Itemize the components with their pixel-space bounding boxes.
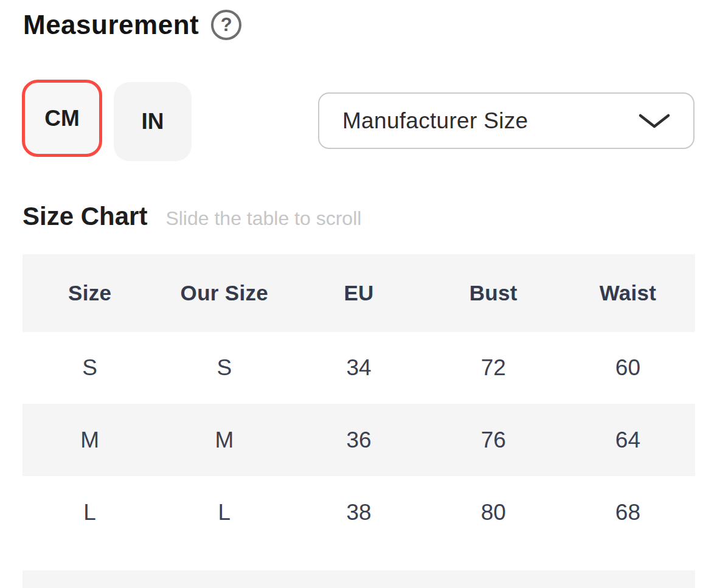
column-header-our-size: Our Size bbox=[157, 254, 291, 332]
cell-our-size: M bbox=[157, 404, 291, 476]
column-header-bust: Bust bbox=[426, 254, 561, 332]
cell-eu: 34 bbox=[291, 332, 426, 404]
cell-size: M bbox=[23, 404, 157, 476]
column-header-eu: EU bbox=[291, 254, 426, 332]
chevron-down-icon bbox=[637, 112, 671, 130]
cell-size: S bbox=[23, 332, 157, 404]
cell-eu: 36 bbox=[291, 404, 426, 476]
cell-size: L bbox=[23, 476, 157, 549]
cell-bust: 76 bbox=[426, 404, 561, 476]
cell-waist: 60 bbox=[561, 332, 695, 404]
unit-cm-label: CM bbox=[44, 106, 80, 131]
table-row-partial-next bbox=[23, 570, 695, 588]
table-row-s: S S 34 72 60 bbox=[23, 332, 695, 404]
column-header-size: Size bbox=[23, 254, 157, 332]
cell-our-size: L bbox=[157, 476, 291, 549]
column-header-waist: Waist bbox=[561, 254, 695, 332]
table-row-m: M M 36 76 64 bbox=[23, 404, 695, 476]
manufacturer-size-value: Manufacturer Size bbox=[342, 108, 528, 134]
unit-in-label: IN bbox=[142, 109, 164, 134]
size-chart-scroll-hint: Slide the table to scroll bbox=[165, 207, 361, 230]
cell-bust: 80 bbox=[426, 476, 561, 549]
cell-waist: 64 bbox=[561, 404, 695, 476]
table-row-l: L L 38 80 68 bbox=[23, 476, 695, 549]
unit-toggle-cm[interactable]: CM bbox=[22, 80, 102, 157]
manufacturer-size-select[interactable]: Manufacturer Size bbox=[318, 92, 694, 149]
size-table[interactable]: Size Our Size EU Bust Waist S S 34 72 60… bbox=[23, 254, 695, 549]
page-title: Measurement bbox=[23, 10, 199, 40]
cell-bust: 72 bbox=[426, 332, 561, 404]
help-icon[interactable]: ? bbox=[211, 10, 241, 40]
cell-waist: 68 bbox=[561, 476, 695, 549]
measurement-header: Measurement ? bbox=[23, 10, 241, 40]
size-chart-header: Size Chart Slide the table to scroll bbox=[23, 202, 361, 231]
cell-our-size: S bbox=[157, 332, 291, 404]
size-chart-title: Size Chart bbox=[23, 202, 147, 231]
unit-toggle-in[interactable]: IN bbox=[114, 82, 192, 161]
question-mark-glyph: ? bbox=[221, 14, 232, 36]
cell-eu: 38 bbox=[291, 476, 426, 549]
table-header-row: Size Our Size EU Bust Waist bbox=[23, 254, 695, 332]
